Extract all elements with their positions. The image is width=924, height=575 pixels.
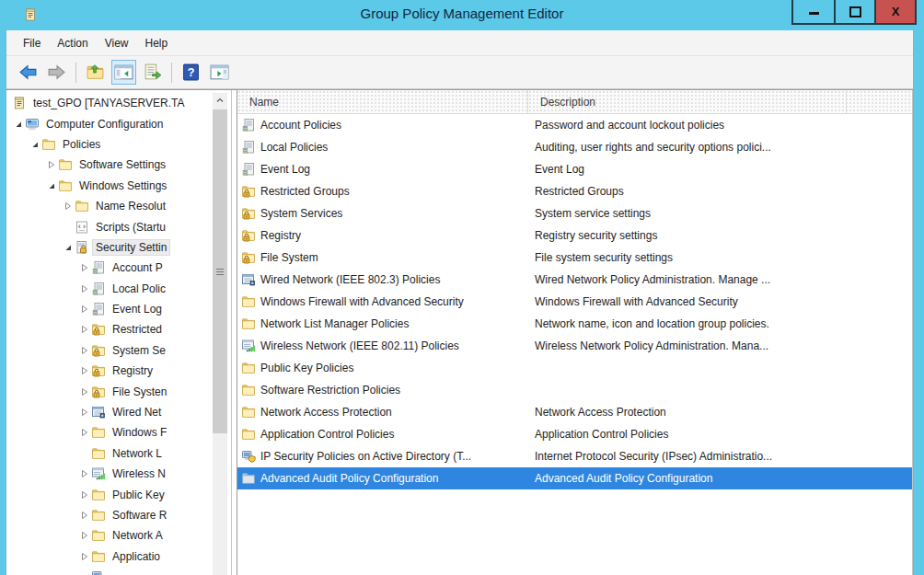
table-row[interactable]: Event LogEvent Log	[237, 158, 912, 180]
scrollbar-thumb[interactable]	[213, 109, 227, 433]
expander-expanded-icon[interactable]	[62, 241, 75, 254]
minimize-button[interactable]	[793, 0, 834, 23]
back-button[interactable]	[16, 60, 40, 85]
tree-item[interactable]: Security Settin	[6, 237, 231, 258]
title-bar[interactable]: Group Policy Management Editor X	[0, 0, 924, 30]
tree-item[interactable]: Wired Net	[6, 402, 231, 422]
wireless-network-icon	[91, 466, 106, 481]
scroll-up-arrow-icon[interactable]	[213, 93, 227, 108]
menu-help[interactable]: Help	[137, 37, 177, 50]
expander-collapsed-icon[interactable]	[78, 282, 91, 295]
expander-collapsed-icon[interactable]	[78, 385, 91, 398]
menu-file[interactable]: File	[15, 37, 49, 50]
tree-item[interactable]: Software R	[6, 505, 231, 525]
table-row[interactable]: File SystemFile system security settings	[237, 247, 912, 269]
row-name-cell: Wireless Network (IEEE 802.11) Policies	[237, 339, 528, 353]
row-description-cell: Password and account lockout policies	[528, 119, 912, 132]
folder-icon	[241, 383, 256, 397]
expander-collapsed-icon[interactable]	[78, 303, 91, 316]
policy-server-icon	[241, 162, 256, 177]
table-row[interactable]: Advanced Audit Policy ConfigurationAdvan…	[237, 467, 912, 489]
forward-button[interactable]	[44, 60, 69, 85]
menu-view[interactable]: View	[97, 37, 137, 50]
tree-item[interactable]: test_GPO [TANYASERVER.TA	[6, 93, 231, 113]
tree-item[interactable]: Name Resolut	[6, 196, 231, 216]
expander-expanded-icon[interactable]	[12, 118, 25, 131]
export-list-button[interactable]	[140, 60, 165, 85]
expander-collapsed-icon[interactable]	[78, 261, 91, 274]
row-name-text: Registry	[260, 229, 301, 242]
expander-collapsed-icon[interactable]	[78, 529, 91, 542]
expander-expanded-icon[interactable]	[29, 138, 41, 151]
help-button[interactable]: ?	[179, 60, 203, 85]
tree-item[interactable]: Wireless N	[6, 464, 231, 484]
folder-icon	[241, 427, 256, 442]
expander-expanded-icon[interactable]	[45, 179, 58, 192]
expander-collapsed-icon[interactable]	[45, 158, 58, 171]
expander-collapsed-icon[interactable]	[62, 200, 75, 213]
menu-action[interactable]: Action	[49, 37, 96, 50]
tree-item[interactable]: Windows F	[6, 422, 231, 443]
folder-icon	[91, 488, 106, 502]
window-border-right	[913, 30, 924, 575]
tree-item[interactable]: Computer Configuration	[6, 113, 231, 133]
expander-collapsed-icon[interactable]	[78, 426, 91, 439]
tree-item[interactable]: Windows Settings	[6, 176, 231, 196]
table-row[interactable]: IP Security Policies on Active Directory…	[237, 445, 912, 467]
show-action-pane-button[interactable]	[207, 60, 232, 85]
tree-item[interactable]: Restricted	[6, 319, 231, 339]
tree-item[interactable]: Account P	[6, 258, 231, 278]
table-row[interactable]: System ServicesSystem service settings	[237, 202, 912, 224]
tree-item[interactable]: Scripts (Startu	[6, 216, 231, 236]
expander-collapsed-icon[interactable]	[78, 406, 91, 419]
table-row[interactable]: RegistryRegistry security settings	[237, 224, 912, 247]
tree-item-label: Restricted	[110, 322, 165, 337]
tree-item[interactable]: Network A	[6, 525, 231, 546]
expander-collapsed-icon[interactable]	[78, 344, 91, 357]
close-button[interactable]: X	[874, 0, 915, 23]
table-row[interactable]: Windows Firewall with Advanced SecurityW…	[237, 291, 912, 313]
tree-item[interactable]: Network L	[6, 443, 231, 464]
expander-collapsed-icon[interactable]	[78, 550, 91, 563]
tree-item[interactable]: Software Settings	[6, 155, 231, 175]
tree-scrollbar[interactable]	[213, 93, 227, 575]
show-console-tree-button[interactable]	[111, 60, 136, 85]
expander-spacer	[78, 570, 91, 575]
table-row[interactable]: Account PoliciesPassword and account loc…	[237, 114, 912, 136]
tree-item[interactable]: Applicatio	[6, 546, 231, 567]
table-row[interactable]: Network Access ProtectionNetwork Access …	[237, 401, 912, 423]
table-row[interactable]: Wireless Network (IEEE 802.11) PoliciesW…	[237, 335, 912, 357]
table-row[interactable]: Wired Network (IEEE 802.3) PoliciesWired…	[237, 269, 912, 291]
table-row[interactable]: Public Key Policies	[237, 357, 912, 379]
tree-item-label: Name Resolut	[93, 199, 168, 213]
table-row[interactable]: Application Control PoliciesApplication …	[237, 423, 912, 445]
table-row[interactable]: Network List Manager PoliciesNetwork nam…	[237, 313, 912, 335]
column-header-name[interactable]: Name	[237, 90, 528, 113]
tree-item[interactable]: Registry	[6, 361, 231, 381]
tree-item[interactable]: Local Polic	[6, 279, 231, 299]
table-row[interactable]: Restricted GroupsRestricted Groups	[237, 180, 912, 202]
folder-icon	[91, 508, 106, 523]
tree-item[interactable]: Event Log	[6, 299, 231, 319]
expander-collapsed-icon[interactable]	[78, 467, 91, 480]
up-one-level-button[interactable]	[83, 60, 108, 85]
expander-collapsed-icon[interactable]	[78, 509, 91, 522]
tree-item-label: Security Settin	[93, 240, 169, 255]
window-border-left	[0, 30, 6, 575]
tree-item[interactable]: System Se	[6, 340, 231, 361]
tree-item[interactable]	[6, 567, 231, 575]
tree-item[interactable]: Public Key	[6, 484, 231, 504]
expander-collapsed-icon[interactable]	[78, 364, 91, 377]
row-name-text: Event Log	[260, 163, 310, 176]
column-header-description[interactable]: Description	[528, 90, 847, 113]
tree-item[interactable]: File Systen	[6, 381, 231, 401]
table-row[interactable]: Software Restriction Policies	[237, 379, 912, 401]
table-row[interactable]: Local PoliciesAuditing, user rights and …	[237, 136, 912, 158]
expander-collapsed-icon[interactable]	[78, 489, 91, 501]
maximize-button[interactable]	[834, 0, 874, 23]
tree-item-label: Windows Settings	[76, 178, 169, 193]
row-description-cell: Application Control Policies	[528, 428, 912, 441]
expander-collapsed-icon[interactable]	[78, 323, 91, 336]
tree-item[interactable]: Policies	[6, 134, 231, 155]
folder-icon	[241, 405, 256, 420]
